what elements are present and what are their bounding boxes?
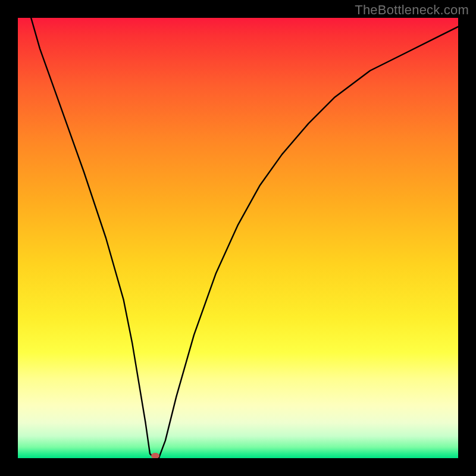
curve-svg xyxy=(18,18,458,458)
plot-area xyxy=(18,18,458,458)
watermark-text: TheBottleneck.com xyxy=(355,2,469,18)
bottleneck-curve xyxy=(31,18,458,458)
optimum-marker xyxy=(151,453,159,458)
chart-frame: TheBottleneck.com xyxy=(0,0,476,476)
